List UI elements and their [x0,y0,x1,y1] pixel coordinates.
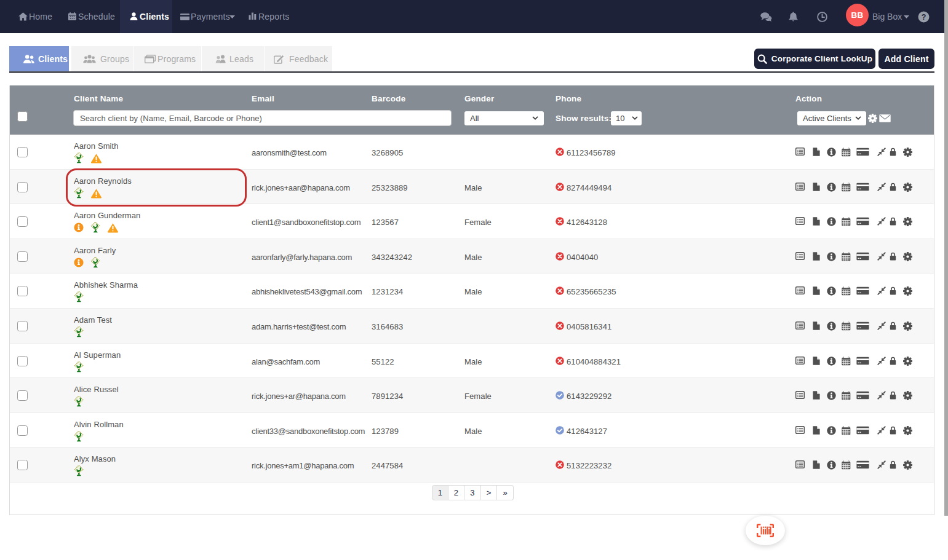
svg-text:?: ? [922,13,926,22]
